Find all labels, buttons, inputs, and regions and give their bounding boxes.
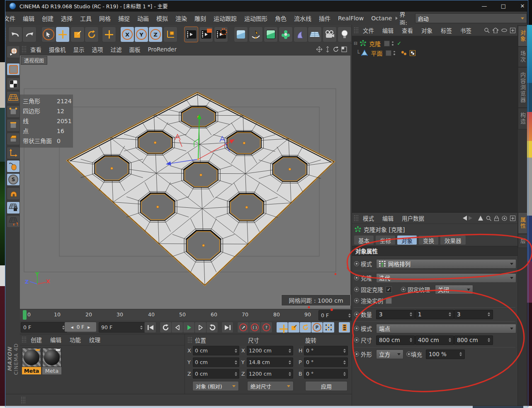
texture-tag-icon[interactable] <box>410 50 415 56</box>
visibility-dots[interactable] <box>394 51 395 55</box>
fix-clone-checkbox[interactable]: ✓ <box>386 287 392 293</box>
object-row-plane[interactable]: └ 平面 <box>352 48 518 58</box>
z-axis-lock[interactable]: Z <box>148 27 163 42</box>
goto-start-button[interactable] <box>144 322 156 333</box>
add-spline-button[interactable] <box>249 27 263 42</box>
current-frame-field[interactable]: 0 F <box>318 310 353 321</box>
anim-dot[interactable] <box>354 261 359 266</box>
undo-button[interactable] <box>8 27 22 42</box>
menu-create[interactable]: 创建 <box>38 14 57 22</box>
endpoint-mode-dropdown[interactable]: 端点 <box>376 324 516 333</box>
range-start-field[interactable]: 0 F <box>21 322 67 333</box>
timeline-ruler[interactable]: 0 10 20 30 40 50 60 70 80 90 0 F <box>20 309 350 321</box>
target-icon[interactable] <box>502 216 507 221</box>
timeline-playhead[interactable] <box>23 310 27 320</box>
anim-dot[interactable] <box>354 275 359 280</box>
goto-end-button[interactable] <box>221 322 233 333</box>
pos-y-field[interactable]: 0 cm <box>193 357 239 367</box>
visibility-dots[interactable] <box>392 41 394 46</box>
move-tool[interactable] <box>56 27 70 42</box>
menu-select[interactable]: 选择 <box>57 14 76 22</box>
layer-toggle[interactable] <box>384 41 390 46</box>
render-settings-button[interactable] <box>214 27 228 42</box>
key-scale-toggle[interactable] <box>288 322 300 333</box>
anim-dot[interactable] <box>354 338 359 342</box>
attr-menu-mode[interactable]: 模式 <box>359 214 378 222</box>
menu-edit[interactable]: 编辑 <box>19 14 38 22</box>
snap-button[interactable] <box>7 187 20 200</box>
anim-dot[interactable] <box>354 287 359 292</box>
attr-grip[interactable] <box>354 215 359 221</box>
menu-pipeline[interactable]: 流水线 <box>290 14 315 22</box>
menu-mesh[interactable]: 网格 <box>95 14 114 22</box>
y-axis-lock[interactable]: Y <box>134 27 148 42</box>
material-grip[interactable] <box>22 336 27 343</box>
shape-dropdown[interactable]: 立方 <box>376 350 403 359</box>
interface-dropdown[interactable]: 启动 <box>415 13 527 23</box>
object-name[interactable]: 平面 <box>371 49 382 57</box>
viewport-canvas[interactable] <box>20 43 350 309</box>
anim-dot[interactable] <box>354 312 359 317</box>
autokey-button[interactable]: ( ) <box>249 322 261 333</box>
tab-takes[interactable]: 场次 <box>518 46 527 67</box>
timeline-window-button[interactable] <box>338 322 350 333</box>
record-key-button[interactable] <box>237 322 249 333</box>
object-row-cloner[interactable]: ⊟ 克隆 ✓ <box>352 39 518 48</box>
count-x-field[interactable]: 3 <box>376 310 415 319</box>
perspective-view-label[interactable]: 透视视图 <box>21 56 47 65</box>
om-search-icon[interactable] <box>484 27 490 33</box>
layer-toggle[interactable] <box>386 50 391 56</box>
menu-animate[interactable]: 动画 <box>134 14 153 22</box>
menu-character[interactable]: 角色 <box>271 14 290 22</box>
om-menu-edit[interactable]: 编辑 <box>378 26 398 34</box>
size-x-field[interactable]: 1200 cm <box>247 346 293 355</box>
menu-overflow-icon[interactable] <box>396 17 398 20</box>
key-parameter-toggle[interactable]: P <box>311 322 323 333</box>
size-x-field[interactable]: 800 cm <box>376 335 415 345</box>
size-y-field[interactable]: 14.8 cm <box>247 357 293 367</box>
render-picture-viewer-button[interactable] <box>199 27 213 42</box>
tab-layers[interactable]: 层 <box>518 234 527 248</box>
anim-dot[interactable] <box>354 326 359 331</box>
make-editable-button[interactable] <box>7 46 20 58</box>
key-rotation-toggle[interactable] <box>299 322 311 333</box>
range-slider[interactable]: ◂ 0 F ▸ <box>65 322 96 332</box>
render-view-button[interactable] <box>184 27 198 42</box>
keyframe-selection-button[interactable]: ? <box>260 322 272 333</box>
texture-mode-button[interactable] <box>7 78 20 90</box>
tab-effectors[interactable]: 效果器 <box>440 235 466 245</box>
points-mode-button[interactable] <box>7 105 20 118</box>
object-properties-section[interactable]: 对象属性 <box>352 246 518 256</box>
attr-menu-edit[interactable]: 编辑 <box>378 214 398 222</box>
lock-icon[interactable] <box>494 216 499 221</box>
om-menu-tags[interactable]: 标签 <box>437 26 456 34</box>
add-camera-button[interactable] <box>323 27 337 42</box>
tab-content-browser[interactable]: 内容浏览器 <box>518 67 527 108</box>
size-mode-dropdown[interactable]: 绝对尺寸 <box>247 381 294 391</box>
add-mograph-button[interactable] <box>279 27 293 42</box>
menu-sculpt[interactable]: 雕刻 <box>191 14 210 22</box>
mograph-weight-tag-icon[interactable] <box>401 51 408 56</box>
menu-octane[interactable]: Octane <box>367 15 396 22</box>
size-z-field[interactable]: 800 cm <box>454 335 493 345</box>
key-position-toggle[interactable] <box>276 322 288 333</box>
last-tool[interactable] <box>102 27 116 42</box>
count-y-field[interactable]: 1 <box>415 310 454 319</box>
x-axis-lock[interactable]: X <box>120 27 134 42</box>
count-z-field[interactable]: 3 <box>454 310 493 319</box>
fill-field[interactable]: 100 % <box>426 350 465 359</box>
key-pla-toggle[interactable] <box>323 322 335 333</box>
soft-selection-button[interactable]: S <box>7 173 20 186</box>
menu-tools[interactable]: 工具 <box>76 14 95 22</box>
tab-structure[interactable]: 构造 <box>518 108 527 129</box>
scale-tool[interactable] <box>70 27 85 42</box>
loop-button[interactable] <box>206 322 218 333</box>
rotate-tool[interactable] <box>85 27 99 42</box>
om-grip[interactable] <box>354 27 359 34</box>
om-menu-object[interactable]: 对象 <box>417 26 437 34</box>
menu-snap[interactable]: 捕捉 <box>114 14 134 22</box>
mat-menu-create[interactable]: 创建 <box>27 335 46 344</box>
menu-motion-tracker[interactable]: 运动跟踪 <box>210 14 240 22</box>
rot-b-field[interactable]: 0 ° <box>304 369 348 379</box>
model-mode-button[interactable] <box>7 63 20 75</box>
